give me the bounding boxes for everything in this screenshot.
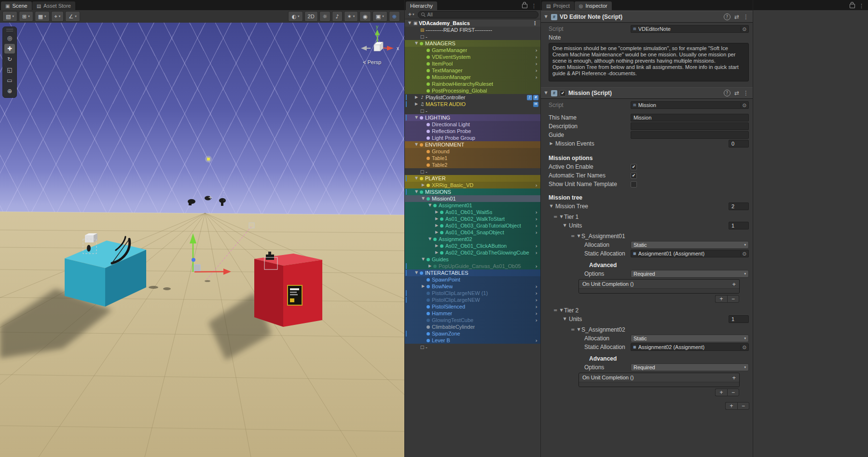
transform-tool[interactable]: ⊕: [4, 86, 15, 96]
hierarchy-item-hammer[interactable]: Hammer›: [405, 310, 540, 317]
hierarchy-item-assignment01[interactable]: ▼Assignment01: [405, 202, 540, 209]
foldout-icon[interactable]: ▼: [413, 143, 419, 147]
projection-mode-label[interactable]: < Persp: [363, 59, 381, 65]
foldout-icon[interactable]: ▼: [427, 237, 433, 241]
dropdown[interactable]: Required▾: [631, 270, 749, 278]
hierarchy-item-item[interactable]: □-: [405, 344, 540, 350]
mission-events-size-field[interactable]: 0: [729, 140, 749, 148]
foldout-icon[interactable]: ▼: [413, 41, 419, 45]
hierarchy-item-textmanager[interactable]: TextManager›: [405, 67, 540, 74]
hierarchy-item-environment[interactable]: ▼ENVIRONMENT: [405, 141, 540, 148]
scale-tool[interactable]: ◱: [4, 65, 15, 75]
prefab-open-chevron[interactable]: ›: [536, 223, 537, 228]
toolbar-grid-visibility[interactable]: ▦▾: [35, 11, 50, 22]
hierarchy-item-rainbowhierarchyruleset[interactable]: RainbowHierarchyRuleset: [405, 81, 540, 87]
this-name-input[interactable]: Mission: [631, 114, 749, 121]
prefab-open-chevron[interactable]: ›: [536, 230, 537, 235]
mission-tree-size-field[interactable]: 2: [729, 202, 749, 210]
foldout-icon[interactable]: ▼: [413, 190, 419, 194]
hierarchy-item-vdeventsystem[interactable]: VDEventSystem›: [405, 54, 540, 60]
prefab-open-chevron[interactable]: ›: [536, 61, 537, 67]
toolbar-hidden-objects[interactable]: ◉: [359, 11, 371, 22]
foldout-icon[interactable]: ▼: [413, 271, 419, 275]
component-header-mission[interactable]: ▼ # ✔ Mission (Script) ? ⇄ ⋮: [541, 87, 753, 99]
hierarchy-item-as01-ob02-walktostart[interactable]: ▶As01_Ob02_WalkToStart›: [405, 215, 540, 222]
list-remove-button[interactable]: −: [727, 295, 739, 303]
foldout-icon[interactable]: ▼: [543, 91, 549, 95]
hierarchy-item-item[interactable]: □-: [405, 33, 540, 40]
hierarchy-item-as02-ob01-clickabutton[interactable]: ▶As02_Ob01_ClickAButton›: [405, 242, 540, 249]
toolbar-scene-lighting[interactable]: ☼: [319, 11, 331, 22]
foldout-icon[interactable]: ▼: [559, 309, 564, 312]
toolbar-snap-increment[interactable]: ⌖▾: [51, 11, 64, 22]
hierarchy-item-playlistcontroller[interactable]: ▶♪PlaylistController♪#: [405, 94, 540, 101]
hierarchy-item-assignment02[interactable]: ▼Assignment02: [405, 236, 540, 242]
hierarchy-item-pistolsilenced[interactable]: PistolSilenced›: [405, 303, 540, 310]
prefab-open-chevron[interactable]: ›: [536, 318, 537, 323]
hierarchy-item-lighting[interactable]: ▼LIGHTING: [405, 114, 540, 121]
prefab-open-chevron[interactable]: ›: [536, 75, 537, 80]
orientation-gizmo[interactable]: y x: [352, 26, 404, 60]
object-picker-icon[interactable]: ⊙: [741, 251, 746, 256]
move-plane-handle[interactable]: [194, 265, 200, 271]
component-menu-icon[interactable]: ⋮: [743, 90, 749, 96]
toolbar-gizmos[interactable]: ⊕: [389, 11, 400, 22]
x-axis-cone[interactable]: [387, 46, 394, 51]
object-picker-icon[interactable]: ⊙: [741, 103, 746, 108]
hierarchy-item-light-probe-group[interactable]: Light Probe Group: [405, 134, 540, 141]
hierarchy-item-as02-ob02-grabtheglowingcube[interactable]: ▶As02_Ob02_GrabTheGlowingCube›: [405, 249, 540, 256]
add-event-button[interactable]: +: [732, 374, 736, 381]
unit-row[interactable]: =▼S_Assignment01: [541, 232, 753, 241]
badge-icon[interactable]: #: [533, 95, 538, 100]
toolbar-rotation-snap[interactable]: ∠▾: [65, 11, 80, 22]
toolbar-tool-settings[interactable]: ▧▾: [2, 11, 17, 22]
badge-icon[interactable]: M: [533, 102, 538, 107]
object-field[interactable]: ■Assignment02 (Assignment)⊙: [631, 343, 749, 351]
lock-icon[interactable]: [522, 4, 527, 8]
hierarchy-item-missionmanager[interactable]: MissionManager›: [405, 74, 540, 81]
guide-input[interactable]: [631, 131, 749, 139]
checkbox[interactable]: [631, 181, 637, 188]
hierarchy-item-vdacademy-basics[interactable]: ▼▣VDAcademy_Basics⋮: [405, 20, 540, 27]
scene-viewport[interactable]: ◎✚↻◱▭⊕ y x < Persp: [0, 23, 404, 457]
presets-icon[interactable]: ⇄: [734, 13, 739, 20]
hierarchy-item-as01-ob03-grabtutorialobject[interactable]: ▶As01_Ob03_GrabTutorialObject›: [405, 222, 540, 229]
badge-icon[interactable]: ♪: [527, 95, 532, 100]
gizmo-center-cube[interactable]: [374, 45, 380, 51]
tab-asset-store[interactable]: ▤ Asset Store: [32, 1, 75, 10]
hierarchy-item-as01-ob01-wait5s[interactable]: ▶As01_Ob01_Wait5s›: [405, 209, 540, 215]
hierarchy-item-glowingtestcube[interactable]: GlowingTestCube›: [405, 317, 540, 323]
tier-row[interactable]: =▼Tier 1: [541, 213, 753, 221]
prefab-open-chevron[interactable]: ›: [536, 250, 537, 255]
hierarchy-item-reflection-probe[interactable]: Reflection Probe: [405, 128, 540, 134]
help-icon[interactable]: ?: [724, 13, 730, 20]
prefab-open-chevron[interactable]: ›: [536, 54, 537, 60]
point-light-gizmo[interactable]: [205, 156, 224, 202]
toolbar-effects[interactable]: ✶▾: [344, 11, 358, 22]
prefab-open-chevron[interactable]: ›: [536, 216, 537, 222]
hierarchy-item-lever-b[interactable]: Lever B›: [405, 337, 540, 344]
units-size-field[interactable]: 1: [729, 315, 749, 323]
neg-x-axis-cone[interactable]: [361, 46, 367, 51]
hierarchy-item-xrrig-basic-vd[interactable]: ▶XRRig_Basic_VD›: [405, 182, 540, 188]
tier-row[interactable]: =▼Tier 2: [541, 306, 753, 315]
foldout-icon[interactable]: ▶: [420, 284, 426, 288]
foldout-icon[interactable]: ▼: [427, 203, 433, 207]
foldout-icon[interactable]: ▶: [413, 102, 419, 106]
drag-handle-icon[interactable]: =: [553, 308, 559, 313]
lock-icon[interactable]: [850, 4, 855, 8]
prefab-open-chevron[interactable]: ›: [536, 183, 537, 188]
sign-prop[interactable]: [288, 285, 302, 305]
hierarchy-item-read-first[interactable]: ▤----------READ FIRST----------: [405, 27, 540, 33]
create-object-button[interactable]: + ▾: [407, 11, 416, 18]
object-field[interactable]: ■Assignment01 (Assignment)⊙: [631, 250, 749, 257]
prefab-open-chevron[interactable]: ›: [536, 297, 537, 303]
hierarchy-search-input[interactable]: All: [418, 11, 538, 18]
script-object-field[interactable]: ▤ Mission ⊙: [631, 101, 749, 109]
hierarchy-item-table1[interactable]: Table1: [405, 155, 540, 161]
foldout-icon[interactable]: ▼: [576, 234, 581, 238]
object-picker-icon[interactable]: ⊙: [741, 345, 746, 350]
tab-scene[interactable]: ▣ Scene: [1, 1, 32, 10]
rect-tool[interactable]: ▭: [4, 76, 15, 85]
presets-icon[interactable]: ⇄: [734, 90, 739, 96]
